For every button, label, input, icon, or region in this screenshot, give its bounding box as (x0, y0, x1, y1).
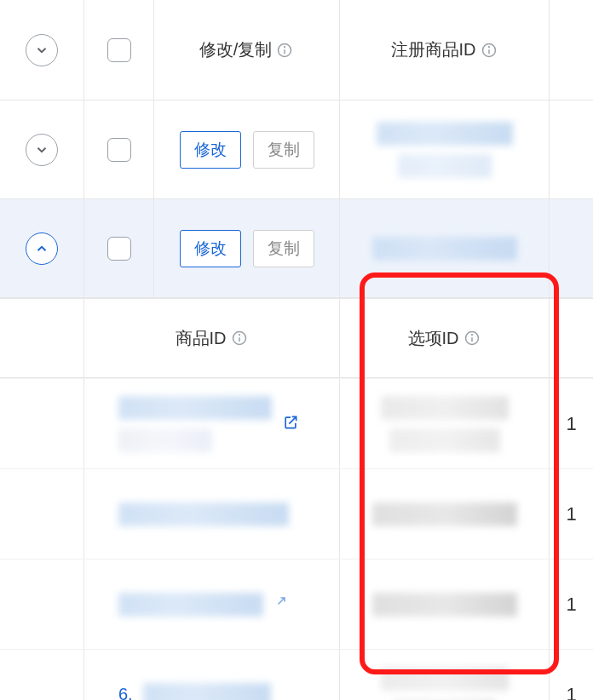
redacted-optid (372, 593, 517, 617)
table-header-row: 修改/复制 注册商品ID (0, 0, 593, 100)
select-all-checkbox[interactable] (107, 38, 131, 62)
row-expand-toggle[interactable] (26, 134, 58, 166)
info-icon[interactable] (463, 329, 481, 347)
product-table: 修改/复制 注册商品ID (0, 0, 593, 700)
external-link-icon[interactable] (272, 595, 287, 614)
row-checkbox[interactable] (107, 138, 131, 162)
header-actions-label: 修改/复制 (199, 38, 273, 61)
redacted-prodid (118, 593, 263, 617)
svg-point-2 (285, 46, 285, 47)
redacted-prodid (118, 502, 289, 526)
header-tail-cell (550, 0, 593, 100)
sub-row-tail: 1 (566, 413, 576, 435)
sub-table-row: 1 (0, 468, 593, 559)
external-link-icon[interactable] (282, 414, 299, 434)
svg-point-11 (471, 335, 472, 336)
table-row: 修改 复制 (0, 100, 593, 199)
svg-point-5 (488, 46, 489, 47)
redacted-optid (372, 502, 517, 526)
sub-row-tail: 1 (566, 594, 576, 616)
sub-table-row: 1 (0, 378, 593, 468)
info-icon[interactable] (480, 41, 498, 60)
table-row: 修改 复制 (0, 199, 593, 298)
redacted-regid (377, 122, 513, 178)
redacted-prodid (143, 683, 271, 701)
header-actions-cell: 修改/复制 (154, 0, 340, 100)
sub-header-optid-label: 选项ID (408, 327, 459, 350)
sub-table-row: 6. 1 (0, 649, 593, 700)
edit-button[interactable]: 修改 (180, 131, 241, 169)
row-checkbox[interactable] (107, 237, 131, 261)
sub-table-body: 1 1 (0, 378, 593, 700)
info-icon[interactable] (230, 329, 249, 347)
header-regid-cell: 注册商品ID (340, 0, 550, 100)
edit-button[interactable]: 修改 (180, 230, 241, 267)
sub-table-row: 1 (0, 559, 593, 649)
info-icon[interactable] (275, 41, 294, 60)
sub-header-prodid-label: 商品ID (176, 327, 227, 350)
sub-row-tail: 1 (566, 684, 576, 701)
row-expand-toggle[interactable] (26, 232, 58, 265)
sub-row-prodid-prefix: 6. (118, 685, 133, 700)
svg-point-8 (239, 335, 239, 336)
header-check-cell (84, 0, 154, 100)
header-expand-cell (0, 0, 84, 100)
header-regid-label: 注册商品ID (391, 38, 476, 61)
copy-button[interactable]: 复制 (253, 131, 314, 169)
expand-all-toggle[interactable] (26, 34, 58, 66)
copy-button[interactable]: 复制 (253, 230, 314, 267)
redacted-regid (372, 237, 517, 261)
sub-row-tail: 1 (566, 503, 576, 525)
sub-table-header: 商品ID 选项ID (0, 298, 593, 378)
